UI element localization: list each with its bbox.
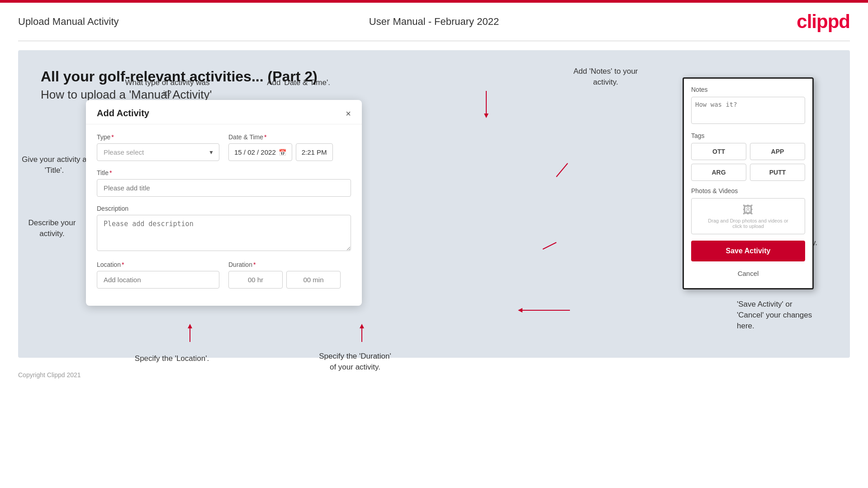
cancel-button[interactable]: Cancel bbox=[691, 266, 805, 281]
annotation-date-time: Add 'Date & Time'. bbox=[262, 77, 335, 88]
time-value: 2:21 PM bbox=[302, 148, 327, 156]
tags-grid: OTT APP ARG PUTT bbox=[691, 143, 805, 181]
location-input[interactable] bbox=[97, 271, 219, 289]
annotation-location-text: Specify the 'Location'. bbox=[135, 354, 209, 363]
annotation-duration-text: Specify the 'Duration'of your activity. bbox=[319, 352, 391, 371]
required-star-loc: * bbox=[122, 261, 124, 268]
required-star-dt: * bbox=[264, 133, 266, 141]
phone-screen: Notes Tags OTT APP ARG PUTT Photos & Vid… bbox=[683, 77, 814, 289]
dialog-body: Type* Please select Date & Time* bbox=[86, 124, 362, 306]
required-star: * bbox=[111, 133, 114, 141]
notes-label: Notes bbox=[691, 86, 805, 93]
copyright-text: Copyright Clippd 2021 bbox=[18, 371, 81, 379]
page-title: Upload Manual Activity bbox=[18, 16, 119, 28]
annotation-save: 'Save Activity' or'Cancel' your changesh… bbox=[737, 299, 845, 331]
date-input[interactable]: 15 / 02 / 2022 📅 bbox=[228, 143, 292, 161]
type-group: Type* Please select bbox=[97, 133, 219, 161]
document-title: User Manual - February 2022 bbox=[369, 16, 499, 28]
description-textarea[interactable] bbox=[97, 215, 351, 251]
tag-ott[interactable]: OTT bbox=[691, 143, 746, 160]
upload-icon: 🖼 bbox=[743, 204, 754, 216]
notes-input[interactable] bbox=[691, 97, 805, 124]
logo: clippd bbox=[797, 11, 850, 33]
datetime-inputs: 15 / 02 / 2022 📅 2:21 PM bbox=[228, 143, 351, 161]
photos-upload-area[interactable]: 🖼 Drag and Drop photos and videos orclic… bbox=[691, 198, 805, 234]
save-activity-button[interactable]: Save Activity bbox=[691, 241, 805, 261]
title-label: Title* bbox=[97, 169, 351, 176]
dialog-title: Add Activity bbox=[97, 108, 149, 118]
location-label: Location* bbox=[97, 261, 219, 268]
calendar-icon: 📅 bbox=[279, 149, 286, 156]
header: Upload Manual Activity User Manual - Feb… bbox=[0, 3, 868, 41]
footer: Copyright Clippd 2021 bbox=[0, 367, 868, 383]
annotation-save-text: 'Save Activity' or'Cancel' your changesh… bbox=[737, 300, 812, 330]
tag-putt[interactable]: PUTT bbox=[750, 164, 805, 181]
close-button[interactable]: × bbox=[346, 109, 351, 118]
tag-app[interactable]: APP bbox=[750, 143, 805, 160]
datetime-group: Date & Time* 15 / 02 / 2022 📅 2:21 PM bbox=[228, 133, 351, 161]
duration-hr-input[interactable] bbox=[228, 271, 283, 289]
duration-group-form: Duration* bbox=[228, 261, 351, 289]
title-group: Title* bbox=[97, 169, 351, 197]
title-input[interactable] bbox=[97, 179, 351, 197]
type-label: Type* bbox=[97, 133, 219, 141]
svg-line-8 bbox=[543, 242, 556, 249]
annotation-duration: Specify the 'Duration'of your activity. bbox=[299, 351, 412, 373]
required-star-dur: * bbox=[253, 261, 256, 268]
duration-min-input[interactable] bbox=[286, 271, 341, 289]
upload-text: Drag and Drop photos and videos orclick … bbox=[708, 218, 788, 229]
svg-line-7 bbox=[556, 163, 568, 177]
duration-inputs bbox=[228, 271, 351, 289]
header-divider bbox=[18, 41, 850, 41]
type-select[interactable]: Please select bbox=[97, 143, 219, 161]
tags-label: Tags bbox=[691, 132, 805, 139]
tag-arg[interactable]: ARG bbox=[691, 164, 746, 181]
type-datetime-row: Type* Please select Date & Time* bbox=[97, 133, 351, 161]
duration-label: Duration* bbox=[228, 261, 351, 268]
annotation-description: Describe youractivity. bbox=[18, 218, 86, 239]
description-label: Description bbox=[97, 205, 351, 212]
time-input[interactable]: 2:21 PM bbox=[296, 143, 333, 161]
annotation-location: Specify the 'Location'. bbox=[127, 353, 217, 364]
dialog-header: Add Activity × bbox=[86, 100, 362, 124]
location-group: Location* bbox=[97, 261, 219, 289]
date-value: 15 / 02 / 2022 bbox=[234, 148, 276, 156]
required-star-title: * bbox=[109, 169, 112, 176]
dialog-wrapper: Add Activity × Type* Please select bbox=[86, 100, 362, 306]
type-select-wrapper: Please select bbox=[97, 143, 219, 161]
photos-label: Photos & Videos bbox=[691, 187, 805, 194]
phone-wrapper: Notes Tags OTT APP ARG PUTT Photos & Vid… bbox=[683, 77, 814, 289]
annotation-notes: Add 'Notes' to youractivity. bbox=[560, 66, 651, 88]
annotation-description-text: Describe youractivity. bbox=[28, 218, 76, 238]
annotation-title-text: Give your activity a'Title'. bbox=[22, 155, 87, 175]
annotation-title: Give your activity a'Title'. bbox=[18, 154, 90, 176]
datetime-label: Date & Time* bbox=[228, 133, 351, 141]
description-group: Description bbox=[97, 205, 351, 253]
annotation-date-time-text: Add 'Date & Time'. bbox=[267, 78, 330, 87]
location-duration-row: Location* Duration* bbox=[97, 261, 351, 289]
annotation-notes-text: Add 'Notes' to youractivity. bbox=[574, 67, 638, 86]
main-content: All your golf-relevant activities... (Pa… bbox=[18, 50, 850, 358]
phone-screen-inner: Notes Tags OTT APP ARG PUTT Photos & Vid… bbox=[684, 79, 812, 288]
add-activity-dialog: Add Activity × Type* Please select bbox=[86, 100, 362, 306]
